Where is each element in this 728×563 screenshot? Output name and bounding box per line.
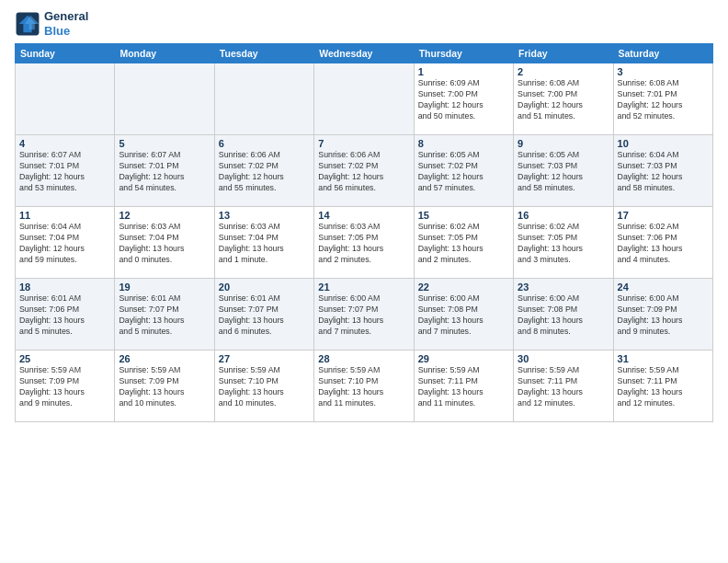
day-number: 30 [518, 353, 609, 364]
calendar-cell: 11Sunrise: 6:04 AM Sunset: 7:04 PM Dayli… [16, 207, 115, 279]
day-info: Sunrise: 6:07 AM Sunset: 7:01 PM Dayligh… [19, 150, 110, 194]
day-info: Sunrise: 5:59 AM Sunset: 7:09 PM Dayligh… [19, 365, 110, 409]
day-info: Sunrise: 6:00 AM Sunset: 7:09 PM Dayligh… [618, 293, 709, 338]
day-info: Sunrise: 6:00 AM Sunset: 7:08 PM Dayligh… [418, 293, 509, 338]
day-info: Sunrise: 5:59 AM Sunset: 7:10 PM Dayligh… [219, 365, 310, 409]
day-number: 15 [418, 210, 509, 221]
day-info: Sunrise: 6:00 AM Sunset: 7:07 PM Dayligh… [318, 293, 409, 338]
calendar-cell [314, 63, 414, 135]
day-info: Sunrise: 5:59 AM Sunset: 7:09 PM Dayligh… [119, 365, 210, 409]
day-number: 21 [318, 282, 409, 293]
day-info: Sunrise: 6:08 AM Sunset: 7:01 PM Dayligh… [618, 78, 709, 122]
logo-line2: Blue [44, 24, 88, 39]
day-info: Sunrise: 6:09 AM Sunset: 7:00 PM Dayligh… [418, 78, 509, 122]
day-info: Sunrise: 6:03 AM Sunset: 7:04 PM Dayligh… [119, 222, 210, 266]
calendar-cell: 9Sunrise: 6:05 AM Sunset: 7:03 PM Daylig… [514, 135, 613, 207]
page: General Blue SundayMondayTuesdayWednesda… [0, 0, 728, 563]
day-info: Sunrise: 5:59 AM Sunset: 7:11 PM Dayligh… [618, 365, 709, 409]
day-number: 24 [618, 282, 709, 293]
day-number: 12 [119, 210, 210, 221]
calendar-cell: 14Sunrise: 6:03 AM Sunset: 7:05 PM Dayli… [314, 207, 414, 279]
calendar-cell: 7Sunrise: 6:06 AM Sunset: 7:02 PM Daylig… [314, 135, 414, 207]
day-info: Sunrise: 6:01 AM Sunset: 7:07 PM Dayligh… [119, 293, 210, 338]
calendar-cell: 27Sunrise: 5:59 AM Sunset: 7:10 PM Dayli… [214, 350, 313, 422]
calendar-cell: 21Sunrise: 6:00 AM Sunset: 7:07 PM Dayli… [314, 279, 414, 350]
day-number: 9 [518, 138, 609, 149]
logo: General Blue [15, 9, 88, 38]
day-info: Sunrise: 6:01 AM Sunset: 7:07 PM Dayligh… [219, 293, 310, 338]
day-info: Sunrise: 6:06 AM Sunset: 7:02 PM Dayligh… [318, 150, 409, 194]
calendar-cell: 5Sunrise: 6:07 AM Sunset: 7:01 PM Daylig… [115, 135, 214, 207]
day-number: 3 [618, 66, 709, 77]
calendar-table: SundayMondayTuesdayWednesdayThursdayFrid… [15, 43, 713, 422]
calendar-week-row: 1Sunrise: 6:09 AM Sunset: 7:00 PM Daylig… [16, 63, 713, 135]
day-number: 25 [19, 353, 110, 364]
day-number: 5 [119, 138, 210, 149]
calendar-cell: 22Sunrise: 6:00 AM Sunset: 7:08 PM Dayli… [414, 279, 513, 350]
day-info: Sunrise: 6:02 AM Sunset: 7:05 PM Dayligh… [518, 222, 609, 266]
day-number: 17 [618, 210, 709, 221]
calendar-cell: 10Sunrise: 6:04 AM Sunset: 7:03 PM Dayli… [613, 135, 712, 207]
day-number: 19 [119, 282, 210, 293]
calendar-cell: 18Sunrise: 6:01 AM Sunset: 7:06 PM Dayli… [16, 279, 115, 350]
calendar-week-row: 4Sunrise: 6:07 AM Sunset: 7:01 PM Daylig… [16, 135, 713, 207]
calendar-col-header: Sunday [16, 44, 115, 63]
calendar-col-header: Wednesday [314, 44, 414, 63]
calendar-cell: 4Sunrise: 6:07 AM Sunset: 7:01 PM Daylig… [16, 135, 115, 207]
header: General Blue [15, 9, 713, 38]
calendar-cell: 23Sunrise: 6:00 AM Sunset: 7:08 PM Dayli… [514, 279, 613, 350]
day-info: Sunrise: 6:06 AM Sunset: 7:02 PM Dayligh… [219, 150, 310, 194]
day-info: Sunrise: 5:59 AM Sunset: 7:11 PM Dayligh… [518, 365, 609, 409]
day-info: Sunrise: 5:59 AM Sunset: 7:11 PM Dayligh… [418, 365, 509, 409]
calendar-cell: 24Sunrise: 6:00 AM Sunset: 7:09 PM Dayli… [613, 279, 712, 350]
day-info: Sunrise: 6:05 AM Sunset: 7:03 PM Dayligh… [518, 150, 609, 194]
day-number: 2 [518, 66, 609, 77]
day-number: 16 [518, 210, 609, 221]
day-info: Sunrise: 6:02 AM Sunset: 7:06 PM Dayligh… [618, 222, 709, 266]
day-info: Sunrise: 6:02 AM Sunset: 7:05 PM Dayligh… [418, 222, 509, 266]
day-number: 7 [318, 138, 409, 149]
calendar-col-header: Monday [115, 44, 214, 63]
calendar-cell: 1Sunrise: 6:09 AM Sunset: 7:00 PM Daylig… [414, 63, 513, 135]
day-number: 4 [19, 138, 110, 149]
day-number: 31 [618, 353, 709, 364]
day-info: Sunrise: 6:03 AM Sunset: 7:04 PM Dayligh… [219, 222, 310, 266]
calendar-cell [214, 63, 313, 135]
day-number: 29 [418, 353, 509, 364]
day-info: Sunrise: 6:04 AM Sunset: 7:03 PM Dayligh… [618, 150, 709, 194]
calendar-cell: 26Sunrise: 5:59 AM Sunset: 7:09 PM Dayli… [115, 350, 214, 422]
day-number: 28 [318, 353, 409, 364]
calendar-cell: 19Sunrise: 6:01 AM Sunset: 7:07 PM Dayli… [115, 279, 214, 350]
day-number: 11 [19, 210, 110, 221]
logo-text-block: General Blue [44, 9, 88, 38]
day-number: 20 [219, 282, 310, 293]
calendar-week-row: 18Sunrise: 6:01 AM Sunset: 7:06 PM Dayli… [16, 279, 713, 350]
calendar-cell: 17Sunrise: 6:02 AM Sunset: 7:06 PM Dayli… [613, 207, 712, 279]
logo-line1: General [44, 9, 88, 24]
day-number: 13 [219, 210, 310, 221]
calendar-week-row: 25Sunrise: 5:59 AM Sunset: 7:09 PM Dayli… [16, 350, 713, 422]
calendar-col-header: Friday [514, 44, 613, 63]
day-info: Sunrise: 5:59 AM Sunset: 7:10 PM Dayligh… [318, 365, 409, 409]
calendar-cell: 16Sunrise: 6:02 AM Sunset: 7:05 PM Dayli… [514, 207, 613, 279]
calendar-cell: 2Sunrise: 6:08 AM Sunset: 7:00 PM Daylig… [514, 63, 613, 135]
calendar-cell: 25Sunrise: 5:59 AM Sunset: 7:09 PM Dayli… [16, 350, 115, 422]
day-number: 1 [418, 66, 509, 77]
calendar-cell: 29Sunrise: 5:59 AM Sunset: 7:11 PM Dayli… [414, 350, 513, 422]
day-number: 10 [618, 138, 709, 149]
day-number: 26 [119, 353, 210, 364]
day-number: 8 [418, 138, 509, 149]
calendar-cell: 30Sunrise: 5:59 AM Sunset: 7:11 PM Dayli… [514, 350, 613, 422]
calendar-week-row: 11Sunrise: 6:04 AM Sunset: 7:04 PM Dayli… [16, 207, 713, 279]
day-info: Sunrise: 6:03 AM Sunset: 7:05 PM Dayligh… [318, 222, 409, 266]
day-number: 22 [418, 282, 509, 293]
calendar-cell [115, 63, 214, 135]
day-number: 27 [219, 353, 310, 364]
day-info: Sunrise: 6:08 AM Sunset: 7:00 PM Dayligh… [518, 78, 609, 122]
calendar-cell: 3Sunrise: 6:08 AM Sunset: 7:01 PM Daylig… [613, 63, 712, 135]
calendar-cell: 31Sunrise: 5:59 AM Sunset: 7:11 PM Dayli… [613, 350, 712, 422]
day-number: 6 [219, 138, 310, 149]
calendar-cell: 6Sunrise: 6:06 AM Sunset: 7:02 PM Daylig… [214, 135, 313, 207]
calendar-col-header: Thursday [414, 44, 513, 63]
calendar-col-header: Tuesday [214, 44, 313, 63]
